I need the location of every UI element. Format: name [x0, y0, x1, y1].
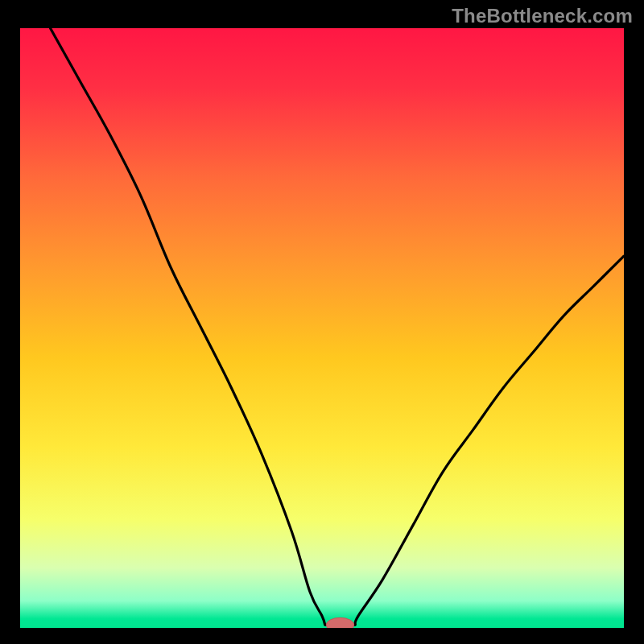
chart-svg: [20, 28, 624, 628]
plot-area: [20, 28, 624, 628]
gradient-background: [20, 28, 624, 628]
watermark-text: TheBottleneck.com: [452, 5, 633, 27]
chart-container: TheBottleneck.com: [0, 0, 644, 644]
